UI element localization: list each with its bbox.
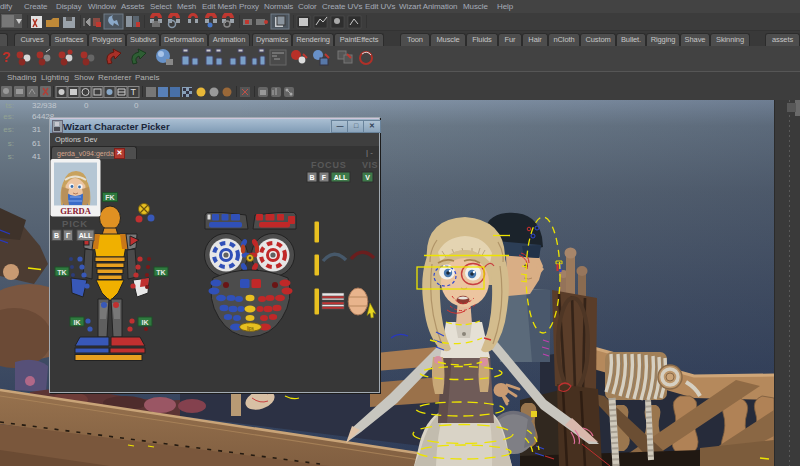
svg-text:B: B [309,174,314,181]
svg-text:FOCUS: FOCUS [311,160,347,170]
svg-text:TK: TK [57,269,66,276]
svg-text:FK: FK [105,194,114,201]
svg-text:PICK: PICK [62,218,88,229]
svg-text:F: F [322,174,327,181]
svg-text:TK: TK [156,269,165,276]
svg-text:B: B [54,232,59,239]
svg-text:?: ? [2,49,11,65]
svg-text:VIS: VIS [362,160,378,170]
svg-text:GERDA: GERDA [60,206,92,216]
svg-text:IK: IK [74,319,81,326]
svg-text:ALL: ALL [334,174,348,181]
svg-text:ALL: ALL [79,232,93,239]
svg-text:IK: IK [142,319,149,326]
svg-text:T: T [131,87,137,97]
svg-text:lips: lips [247,326,255,331]
svg-text:V: V [365,174,370,181]
